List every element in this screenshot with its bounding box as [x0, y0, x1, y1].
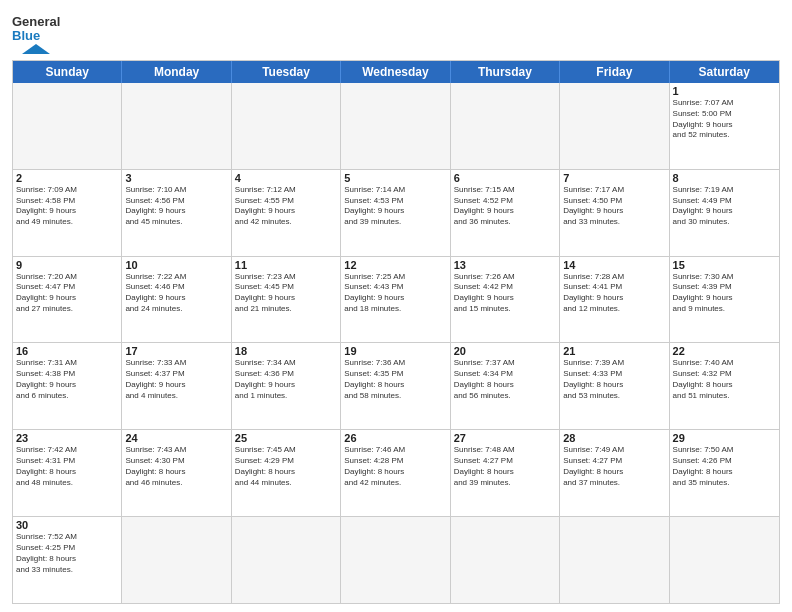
calendar-cell: 9Sunrise: 7:20 AMSunset: 4:47 PMDaylight… — [13, 257, 122, 343]
day-info: Sunrise: 7:40 AMSunset: 4:32 PMDaylight:… — [673, 358, 776, 401]
calendar-cell: 11Sunrise: 7:23 AMSunset: 4:45 PMDayligh… — [232, 257, 341, 343]
calendar-cell: 18Sunrise: 7:34 AMSunset: 4:36 PMDayligh… — [232, 343, 341, 429]
calendar-cell: 4Sunrise: 7:12 AMSunset: 4:55 PMDaylight… — [232, 170, 341, 256]
calendar-week-2: 9Sunrise: 7:20 AMSunset: 4:47 PMDaylight… — [13, 256, 779, 343]
calendar-cell — [341, 517, 450, 603]
day-info: Sunrise: 7:43 AMSunset: 4:30 PMDaylight:… — [125, 445, 227, 488]
calendar-week-5: 30Sunrise: 7:52 AMSunset: 4:25 PMDayligh… — [13, 516, 779, 603]
svg-text:General: General — [12, 14, 60, 29]
svg-marker-2 — [22, 44, 50, 54]
day-info: Sunrise: 7:48 AMSunset: 4:27 PMDaylight:… — [454, 445, 556, 488]
day-number: 17 — [125, 345, 227, 357]
calendar-cell: 29Sunrise: 7:50 AMSunset: 4:26 PMDayligh… — [670, 430, 779, 516]
calendar-cell: 23Sunrise: 7:42 AMSunset: 4:31 PMDayligh… — [13, 430, 122, 516]
day-number: 21 — [563, 345, 665, 357]
day-number: 22 — [673, 345, 776, 357]
calendar-cell: 22Sunrise: 7:40 AMSunset: 4:32 PMDayligh… — [670, 343, 779, 429]
day-info: Sunrise: 7:09 AMSunset: 4:58 PMDaylight:… — [16, 185, 118, 228]
day-info: Sunrise: 7:22 AMSunset: 4:46 PMDaylight:… — [125, 272, 227, 315]
day-number: 6 — [454, 172, 556, 184]
day-number: 11 — [235, 259, 337, 271]
svg-text:Blue: Blue — [12, 28, 40, 43]
calendar-cell: 2Sunrise: 7:09 AMSunset: 4:58 PMDaylight… — [13, 170, 122, 256]
calendar-cell: 30Sunrise: 7:52 AMSunset: 4:25 PMDayligh… — [13, 517, 122, 603]
day-info: Sunrise: 7:26 AMSunset: 4:42 PMDaylight:… — [454, 272, 556, 315]
day-info: Sunrise: 7:49 AMSunset: 4:27 PMDaylight:… — [563, 445, 665, 488]
calendar-cell — [341, 83, 450, 169]
calendar-cell: 26Sunrise: 7:46 AMSunset: 4:28 PMDayligh… — [341, 430, 450, 516]
day-info: Sunrise: 7:23 AMSunset: 4:45 PMDaylight:… — [235, 272, 337, 315]
day-number: 13 — [454, 259, 556, 271]
calendar-cell: 19Sunrise: 7:36 AMSunset: 4:35 PMDayligh… — [341, 343, 450, 429]
day-info: Sunrise: 7:34 AMSunset: 4:36 PMDaylight:… — [235, 358, 337, 401]
day-number: 5 — [344, 172, 446, 184]
logo: General Blue — [12, 10, 60, 54]
calendar-cell: 3Sunrise: 7:10 AMSunset: 4:56 PMDaylight… — [122, 170, 231, 256]
day-number: 15 — [673, 259, 776, 271]
day-number: 18 — [235, 345, 337, 357]
header-day-monday: Monday — [122, 61, 231, 83]
calendar-cell: 16Sunrise: 7:31 AMSunset: 4:38 PMDayligh… — [13, 343, 122, 429]
day-number: 28 — [563, 432, 665, 444]
calendar-cell: 7Sunrise: 7:17 AMSunset: 4:50 PMDaylight… — [560, 170, 669, 256]
calendar-cell: 12Sunrise: 7:25 AMSunset: 4:43 PMDayligh… — [341, 257, 450, 343]
day-number: 25 — [235, 432, 337, 444]
day-number: 30 — [16, 519, 118, 531]
day-number: 2 — [16, 172, 118, 184]
calendar-cell: 13Sunrise: 7:26 AMSunset: 4:42 PMDayligh… — [451, 257, 560, 343]
day-info: Sunrise: 7:36 AMSunset: 4:35 PMDaylight:… — [344, 358, 446, 401]
day-number: 7 — [563, 172, 665, 184]
calendar-cell — [232, 517, 341, 603]
calendar-cell: 20Sunrise: 7:37 AMSunset: 4:34 PMDayligh… — [451, 343, 560, 429]
day-info: Sunrise: 7:28 AMSunset: 4:41 PMDaylight:… — [563, 272, 665, 315]
calendar-week-0: 1Sunrise: 7:07 AMSunset: 5:00 PMDaylight… — [13, 83, 779, 169]
calendar-cell — [451, 83, 560, 169]
calendar: SundayMondayTuesdayWednesdayThursdayFrid… — [12, 60, 780, 604]
calendar-cell: 24Sunrise: 7:43 AMSunset: 4:30 PMDayligh… — [122, 430, 231, 516]
calendar-cell: 25Sunrise: 7:45 AMSunset: 4:29 PMDayligh… — [232, 430, 341, 516]
calendar-cell — [560, 83, 669, 169]
calendar-cell: 8Sunrise: 7:19 AMSunset: 4:49 PMDaylight… — [670, 170, 779, 256]
day-info: Sunrise: 7:14 AMSunset: 4:53 PMDaylight:… — [344, 185, 446, 228]
header: General Blue — [12, 10, 780, 54]
header-day-saturday: Saturday — [670, 61, 779, 83]
day-info: Sunrise: 7:07 AMSunset: 5:00 PMDaylight:… — [673, 98, 776, 141]
day-info: Sunrise: 7:10 AMSunset: 4:56 PMDaylight:… — [125, 185, 227, 228]
day-number: 10 — [125, 259, 227, 271]
day-info: Sunrise: 7:17 AMSunset: 4:50 PMDaylight:… — [563, 185, 665, 228]
day-info: Sunrise: 7:39 AMSunset: 4:33 PMDaylight:… — [563, 358, 665, 401]
calendar-cell: 27Sunrise: 7:48 AMSunset: 4:27 PMDayligh… — [451, 430, 560, 516]
header-day-friday: Friday — [560, 61, 669, 83]
calendar-cell — [232, 83, 341, 169]
calendar-cell — [122, 83, 231, 169]
calendar-body: 1Sunrise: 7:07 AMSunset: 5:00 PMDaylight… — [13, 83, 779, 603]
day-number: 24 — [125, 432, 227, 444]
day-info: Sunrise: 7:50 AMSunset: 4:26 PMDaylight:… — [673, 445, 776, 488]
day-number: 16 — [16, 345, 118, 357]
calendar-cell — [122, 517, 231, 603]
day-number: 26 — [344, 432, 446, 444]
calendar-cell: 1Sunrise: 7:07 AMSunset: 5:00 PMDaylight… — [670, 83, 779, 169]
day-number: 9 — [16, 259, 118, 271]
day-info: Sunrise: 7:42 AMSunset: 4:31 PMDaylight:… — [16, 445, 118, 488]
header-day-wednesday: Wednesday — [341, 61, 450, 83]
calendar-cell: 14Sunrise: 7:28 AMSunset: 4:41 PMDayligh… — [560, 257, 669, 343]
day-info: Sunrise: 7:12 AMSunset: 4:55 PMDaylight:… — [235, 185, 337, 228]
calendar-week-4: 23Sunrise: 7:42 AMSunset: 4:31 PMDayligh… — [13, 429, 779, 516]
calendar-cell: 6Sunrise: 7:15 AMSunset: 4:52 PMDaylight… — [451, 170, 560, 256]
day-number: 23 — [16, 432, 118, 444]
page: General Blue SundayMondayTuesdayWednesda… — [0, 0, 792, 612]
calendar-cell — [13, 83, 122, 169]
day-number: 8 — [673, 172, 776, 184]
day-info: Sunrise: 7:20 AMSunset: 4:47 PMDaylight:… — [16, 272, 118, 315]
day-number: 27 — [454, 432, 556, 444]
calendar-cell: 15Sunrise: 7:30 AMSunset: 4:39 PMDayligh… — [670, 257, 779, 343]
day-number: 3 — [125, 172, 227, 184]
calendar-header: SundayMondayTuesdayWednesdayThursdayFrid… — [13, 61, 779, 83]
header-day-thursday: Thursday — [451, 61, 560, 83]
day-info: Sunrise: 7:19 AMSunset: 4:49 PMDaylight:… — [673, 185, 776, 228]
calendar-cell — [560, 517, 669, 603]
calendar-cell: 17Sunrise: 7:33 AMSunset: 4:37 PMDayligh… — [122, 343, 231, 429]
header-day-tuesday: Tuesday — [232, 61, 341, 83]
calendar-week-3: 16Sunrise: 7:31 AMSunset: 4:38 PMDayligh… — [13, 342, 779, 429]
